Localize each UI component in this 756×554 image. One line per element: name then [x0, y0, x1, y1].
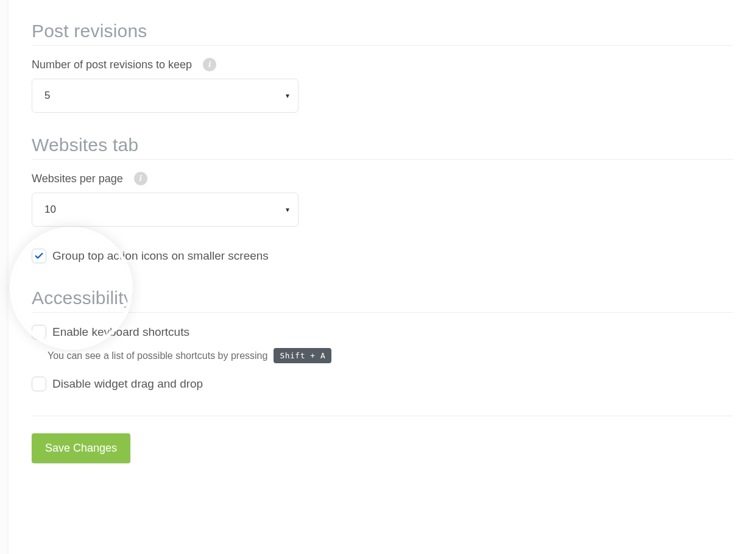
label-enable-shortcuts: Enable keyboard shortcuts: [52, 325, 189, 339]
section-title-accessibility: Accessibility: [32, 288, 733, 308]
chevron-down-icon: ▾: [286, 205, 289, 214]
kbd-shortcut: Shift + A: [274, 348, 331, 363]
info-icon[interactable]: i: [134, 172, 147, 185]
help-text-shortcuts: You can see a list of possible shortcuts…: [48, 348, 733, 363]
row-enable-shortcuts: Enable keyboard shortcuts: [32, 325, 733, 339]
info-icon[interactable]: i: [203, 58, 216, 71]
check-icon: [34, 251, 44, 261]
help-text-shortcuts-text: You can see a list of possible shortcuts…: [48, 350, 267, 361]
select-websites-per-page[interactable]: 10 ▾: [32, 193, 299, 227]
checkbox-disable-dnd[interactable]: [32, 377, 46, 391]
chevron-down-icon: ▾: [286, 91, 289, 100]
row-disable-dnd: Disable widget drag and drop: [32, 377, 733, 391]
label-group-top-icons: Group top action icons on smaller screen…: [52, 249, 269, 263]
label-post-revisions: Number of post revisions to keep: [32, 59, 192, 71]
label-websites-per-page: Websites per page: [32, 172, 123, 185]
checkbox-group-top-icons[interactable]: [32, 249, 46, 263]
select-websites-per-page-value: 10: [44, 204, 56, 216]
select-post-revisions-value: 5: [44, 90, 50, 102]
save-button[interactable]: Save Changes: [32, 433, 130, 463]
section-title-websites-tab: Websites tab: [32, 135, 733, 155]
label-disable-dnd: Disable widget drag and drop: [52, 377, 203, 391]
divider: [32, 312, 733, 313]
select-post-revisions[interactable]: 5 ▾: [32, 79, 299, 113]
checkbox-enable-shortcuts[interactable]: [32, 325, 46, 339]
section-title-post-revisions: Post revisions: [32, 21, 733, 41]
row-group-top-icons: Group top action icons on smaller screen…: [32, 249, 733, 263]
divider: [32, 45, 733, 46]
divider: [32, 416, 733, 416]
divider: [32, 159, 733, 160]
